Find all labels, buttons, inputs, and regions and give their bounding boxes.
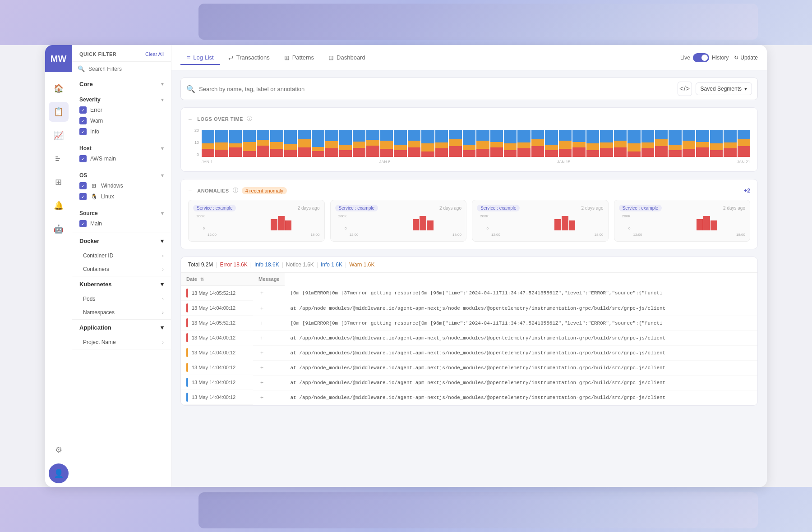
log-expand-cell[interactable]: + (253, 301, 285, 316)
main-search-bar[interactable]: 🔍 </> Saved Segments ▾ (180, 78, 758, 100)
chart-bar-group[interactable] (627, 128, 640, 157)
application-section-header[interactable]: Application ▾ (72, 320, 171, 335)
chart-bar-group[interactable] (380, 128, 393, 157)
nav-dashboards-icon[interactable]: ⊞ (49, 172, 69, 192)
filter-search-input[interactable] (88, 66, 166, 72)
log-expand-cell[interactable]: + (253, 316, 285, 330)
chart-bar-group[interactable] (339, 128, 352, 157)
kubernetes-section-header[interactable]: Kubernetes ▾ (72, 276, 171, 292)
linux-checkbox[interactable] (79, 193, 87, 200)
source-header[interactable]: Source ▾ (79, 207, 164, 218)
docker-containers-item[interactable]: Containers › (72, 262, 171, 276)
severity-header[interactable]: Severity ▾ (79, 94, 164, 105)
chart-bar-group[interactable] (600, 128, 613, 157)
chart-bar-group[interactable] (559, 128, 572, 157)
nav-alerts-icon[interactable]: 🔔 (49, 196, 69, 216)
chart-collapse-button[interactable]: − (188, 115, 192, 123)
expand-button[interactable]: + (258, 365, 265, 371)
chart-bar-group[interactable] (366, 128, 379, 157)
expand-button[interactable]: + (258, 290, 265, 296)
chart-bar-group[interactable] (270, 128, 283, 157)
severity-error-item[interactable]: Error (79, 105, 164, 115)
chart-bar-group[interactable] (243, 128, 255, 157)
application-project-name-item[interactable]: Project Name › (72, 335, 171, 349)
expand-button[interactable]: + (258, 394, 265, 401)
kubernetes-pods-item[interactable]: Pods › (72, 292, 171, 306)
windows-checkbox[interactable] (79, 182, 87, 189)
os-windows-item[interactable]: ⊞ Windows (79, 180, 164, 191)
chart-bar-group[interactable] (517, 128, 530, 157)
chart-bar-group[interactable] (229, 128, 242, 157)
nav-home-icon[interactable]: 🏠 (49, 78, 69, 98)
log-expand-cell[interactable]: + (253, 375, 285, 390)
chart-bar-group[interactable] (490, 128, 503, 157)
core-section-header[interactable]: Core ▾ (72, 76, 171, 92)
warn-checkbox[interactable] (79, 117, 87, 124)
chart-bar-group[interactable] (504, 128, 517, 157)
chart-bar-group[interactable] (724, 128, 736, 157)
os-linux-item[interactable]: 🐧 Linux (79, 191, 164, 202)
expand-button[interactable]: + (258, 320, 265, 326)
chart-info-icon[interactable]: ⓘ (247, 115, 252, 123)
chart-bar-group[interactable] (614, 128, 627, 157)
chart-bar-group[interactable] (683, 128, 695, 157)
host-aws-main-item[interactable]: AWS-main (79, 153, 164, 164)
table-row[interactable]: 13 May 14:04:00:12+at /app/node_modules/… (181, 330, 757, 345)
chart-bar-group[interactable] (738, 128, 750, 157)
nav-bot-icon[interactable]: 🤖 (49, 219, 69, 239)
chart-bar-group[interactable] (696, 128, 709, 157)
main-checkbox[interactable] (79, 220, 87, 227)
aws-main-checkbox[interactable] (79, 155, 87, 162)
clear-all-button[interactable]: Clear All (145, 51, 164, 57)
severity-warn-item[interactable]: Warn (79, 115, 164, 126)
update-button[interactable]: ↻ Update (734, 55, 758, 61)
source-main-item[interactable]: Main (79, 218, 164, 229)
chart-bar-group[interactable] (202, 128, 214, 157)
expand-button[interactable]: + (258, 305, 265, 312)
filter-search-bar[interactable]: 🔍 (72, 62, 171, 76)
log-expand-cell[interactable]: + (253, 286, 285, 301)
anomaly-plus-button[interactable]: +2 (744, 188, 750, 194)
chart-bar-group[interactable] (463, 128, 475, 157)
code-query-button[interactable]: </> (678, 82, 692, 96)
table-row[interactable]: 13 May 14:05:52:12+[0m [91mERROR[0m [37m… (181, 286, 757, 301)
nav-logs-icon[interactable]: 📋 (49, 102, 69, 122)
chart-bar-group[interactable] (641, 128, 654, 157)
expand-button[interactable]: + (258, 380, 265, 386)
main-search-input[interactable] (199, 86, 674, 92)
os-header[interactable]: OS ▾ (79, 170, 164, 180)
chart-bar-group[interactable] (476, 128, 489, 157)
table-row[interactable]: 13 May 14:04:00:12+at /app/node_modules/… (181, 390, 757, 405)
severity-info-item[interactable]: Info (79, 126, 164, 137)
saved-segments-dropdown[interactable]: Saved Segments ▾ (696, 83, 752, 95)
chart-bar-group[interactable] (312, 128, 324, 157)
info-checkbox[interactable] (79, 128, 87, 135)
nav-traces-icon[interactable] (49, 149, 69, 169)
tab-log-list[interactable]: ≡ Log List (180, 50, 220, 65)
chart-bar-group[interactable] (394, 128, 406, 157)
table-row[interactable]: 13 May 14:05:52:12+[0m [91mERROR[0m [37m… (181, 316, 757, 330)
chart-bar-group[interactable] (545, 128, 558, 157)
chart-bar-group[interactable] (353, 128, 365, 157)
chart-bar-group[interactable] (655, 128, 668, 157)
nav-user-avatar[interactable]: 👤 (49, 463, 69, 483)
log-expand-cell[interactable]: + (253, 345, 285, 360)
log-expand-cell[interactable]: + (253, 390, 285, 405)
live-toggle-switch[interactable] (693, 53, 709, 62)
expand-button[interactable]: + (258, 335, 265, 341)
table-row[interactable]: 13 May 14:04:00:12+at /app/node_modules/… (181, 360, 757, 375)
table-row[interactable]: 13 May 14:04:00:12+at /app/node_modules/… (181, 301, 757, 316)
chart-bar-group[interactable] (257, 128, 269, 157)
chart-bar-group[interactable] (325, 128, 338, 157)
host-header[interactable]: Host ▾ (79, 142, 164, 153)
chart-bar-group[interactable] (421, 128, 434, 157)
nav-settings-icon[interactable]: ⚙ (49, 440, 69, 460)
chart-bar-group[interactable] (669, 128, 681, 157)
log-expand-cell[interactable]: + (253, 360, 285, 375)
nav-metrics-icon[interactable]: 📈 (49, 125, 69, 145)
table-row[interactable]: 13 May 14:04:00:12+at /app/node_modules/… (181, 345, 757, 360)
anomalies-info-icon[interactable]: ⓘ (233, 187, 238, 194)
table-row[interactable]: 13 May 14:04:00:12+at /app/node_modules/… (181, 375, 757, 390)
chart-bar-group[interactable] (435, 128, 448, 157)
chart-bar-group[interactable] (572, 128, 585, 157)
